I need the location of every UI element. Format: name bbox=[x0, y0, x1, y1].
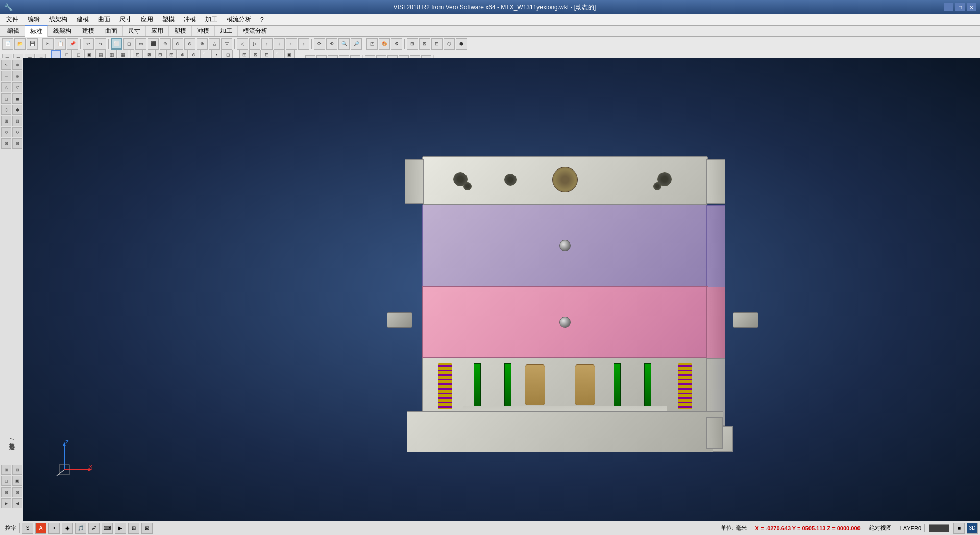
sb-btn-b8[interactable]: ◀ bbox=[12, 498, 22, 508]
status-icon-3[interactable]: • bbox=[48, 523, 60, 534]
sb-btn3[interactable]: → bbox=[1, 71, 11, 81]
status-icon-2[interactable]: A bbox=[35, 523, 46, 534]
status-icon-4[interactable]: ◉ bbox=[62, 523, 73, 534]
tb-snap5[interactable]: ⬢ bbox=[456, 38, 467, 50]
menu-edit[interactable]: 编辑 bbox=[23, 14, 44, 25]
tb-new[interactable]: 📄 bbox=[2, 38, 13, 50]
tab-machining[interactable]: 加工 bbox=[215, 26, 238, 36]
tb-tool6[interactable]: ⊖ bbox=[172, 38, 183, 50]
tb-tool2[interactable]: ◻ bbox=[123, 38, 134, 50]
tb-redo[interactable]: ↪ bbox=[95, 38, 106, 50]
tb-tool5[interactable]: ⊕ bbox=[160, 38, 171, 50]
tb-tool11[interactable]: ◁ bbox=[237, 38, 248, 50]
tb-zoom-out[interactable]: 🔎 bbox=[351, 38, 362, 50]
tb-tool9[interactable]: △ bbox=[209, 38, 220, 50]
tab-plastic[interactable]: 塑模 bbox=[169, 26, 192, 36]
status-icon-7[interactable]: ⌨ bbox=[102, 523, 113, 534]
tb-undo[interactable]: ↩ bbox=[83, 38, 94, 50]
menu-help[interactable]: ? bbox=[256, 15, 268, 25]
tab-edit[interactable]: 编辑 bbox=[2, 26, 25, 36]
tb-cut[interactable]: ✂ bbox=[42, 38, 54, 50]
sb-btn1[interactable]: ↖ bbox=[1, 60, 11, 70]
tab-wireframe[interactable]: 线架构 bbox=[48, 26, 77, 36]
tb-copy[interactable]: 📋 bbox=[55, 38, 66, 50]
sb-btn-b1[interactable]: ⊞ bbox=[1, 465, 11, 475]
sb-btn-b6[interactable]: ⊡ bbox=[12, 487, 22, 497]
tb-tool3[interactable]: ▭ bbox=[135, 38, 146, 50]
tab-dimension[interactable]: 尺寸 bbox=[123, 26, 146, 36]
tb-snap1[interactable]: ⊞ bbox=[407, 38, 418, 50]
sb-btn-b3[interactable]: ◻ bbox=[1, 476, 11, 486]
tb-save[interactable]: 💾 bbox=[27, 38, 38, 50]
sb-btn9[interactable]: ⬡ bbox=[1, 105, 11, 115]
tab-modeling[interactable]: 建模 bbox=[77, 26, 100, 36]
sb-btn14[interactable]: ↻ bbox=[12, 127, 22, 137]
tab-moldflow[interactable]: 模流分析 bbox=[238, 26, 273, 36]
status-icon-1[interactable]: S bbox=[22, 523, 33, 534]
status-icon-10[interactable]: ⊠ bbox=[141, 523, 153, 534]
menu-stamping[interactable]: 冲模 bbox=[180, 14, 200, 25]
menu-apply[interactable]: 应用 bbox=[137, 14, 157, 25]
tb-paste[interactable]: 📌 bbox=[67, 38, 78, 50]
tb-layer[interactable]: ◰ bbox=[366, 38, 378, 50]
menu-file[interactable]: 文件 bbox=[2, 14, 22, 25]
menu-machining[interactable]: 加工 bbox=[201, 14, 222, 25]
sb-btn6[interactable]: ▽ bbox=[12, 82, 22, 92]
tab-stamp[interactable]: 冲模 bbox=[192, 26, 215, 36]
sb-btn-b7[interactable]: ▶ bbox=[1, 498, 11, 508]
menu-wireframe[interactable]: 线架构 bbox=[45, 14, 71, 25]
menu-modeling[interactable]: 建模 bbox=[72, 14, 93, 25]
minimize-button[interactable]: — bbox=[944, 3, 953, 11]
sb-btn5[interactable]: △ bbox=[1, 82, 11, 92]
window-controls[interactable]: — □ ✕ bbox=[944, 3, 976, 11]
status-end-icon[interactable]: ■ bbox=[953, 523, 965, 534]
tb-rotate1[interactable]: ⟳ bbox=[314, 38, 325, 50]
tb-rotate2[interactable]: ⟲ bbox=[326, 38, 337, 50]
tb-tool14[interactable]: ↓ bbox=[274, 38, 285, 50]
tab-standard[interactable]: 标准 bbox=[25, 25, 48, 37]
sb-btn15[interactable]: ⊡ bbox=[1, 138, 11, 149]
tb-tool8[interactable]: ⊗ bbox=[197, 38, 208, 50]
status-3d-icon[interactable]: 3D bbox=[967, 523, 978, 534]
sb-btn-b5[interactable]: ⊟ bbox=[1, 487, 11, 497]
sb-btn11[interactable]: ⊞ bbox=[1, 116, 11, 126]
sb-btn10[interactable]: ⬢ bbox=[12, 105, 22, 115]
tb-settings[interactable]: ⚙ bbox=[391, 38, 402, 50]
sb-btn16[interactable]: ⊟ bbox=[12, 138, 22, 149]
menu-surface[interactable]: 曲面 bbox=[94, 14, 114, 25]
tb-snap4[interactable]: ⬡ bbox=[444, 38, 455, 50]
viewport[interactable]: 富通资料网 bbox=[23, 58, 980, 521]
status-icon-9[interactable]: ⊞ bbox=[128, 523, 139, 534]
tb-tool4[interactable]: ⬛ bbox=[148, 38, 159, 50]
tb-snap2[interactable]: ⊠ bbox=[419, 38, 430, 50]
tab-apply[interactable]: 应用 bbox=[146, 26, 169, 36]
tab-surface[interactable]: 曲面 bbox=[100, 26, 123, 36]
tb-color[interactable]: 🎨 bbox=[379, 38, 390, 50]
restore-button[interactable]: □ bbox=[955, 3, 965, 11]
status-icon-8[interactable]: ▶ bbox=[115, 523, 126, 534]
status-icon-5[interactable]: 🎵 bbox=[75, 523, 86, 534]
menu-plastic[interactable]: 塑模 bbox=[158, 14, 179, 25]
tb-open[interactable]: 📂 bbox=[14, 38, 26, 50]
tb-snap3[interactable]: ⊟ bbox=[431, 38, 443, 50]
tb-zoom-in[interactable]: 🔍 bbox=[338, 38, 350, 50]
tb-tool13[interactable]: ↑ bbox=[261, 38, 273, 50]
close-button[interactable]: ✕ bbox=[967, 3, 976, 11]
sb-btn-b4[interactable]: ▣ bbox=[12, 476, 22, 486]
tb-tool16[interactable]: ↕ bbox=[298, 38, 309, 50]
sb-btn-b2[interactable]: ⊠ bbox=[12, 465, 22, 475]
tb-tool15[interactable]: ↔ bbox=[286, 38, 297, 50]
sb-btn7[interactable]: ◻ bbox=[1, 93, 11, 104]
tb-tool7[interactable]: ⊙ bbox=[184, 38, 195, 50]
sb-btn2[interactable]: ⊕ bbox=[12, 60, 22, 70]
tb-tool12[interactable]: ▷ bbox=[249, 38, 260, 50]
tb-tool10[interactable]: ▽ bbox=[221, 38, 232, 50]
tb-tool1[interactable]: ⬜ bbox=[111, 38, 122, 50]
menu-moldflow[interactable]: 模流分析 bbox=[223, 14, 255, 25]
menu-dimension[interactable]: 尺寸 bbox=[115, 14, 136, 25]
sb-btn13[interactable]: ↺ bbox=[1, 127, 11, 137]
status-icon-6[interactable]: 🖊 bbox=[88, 523, 100, 534]
sb-btn12[interactable]: ⊠ bbox=[12, 116, 22, 126]
sb-btn4[interactable]: ⊖ bbox=[12, 71, 22, 81]
sb-btn8[interactable]: ◼ bbox=[12, 93, 22, 104]
